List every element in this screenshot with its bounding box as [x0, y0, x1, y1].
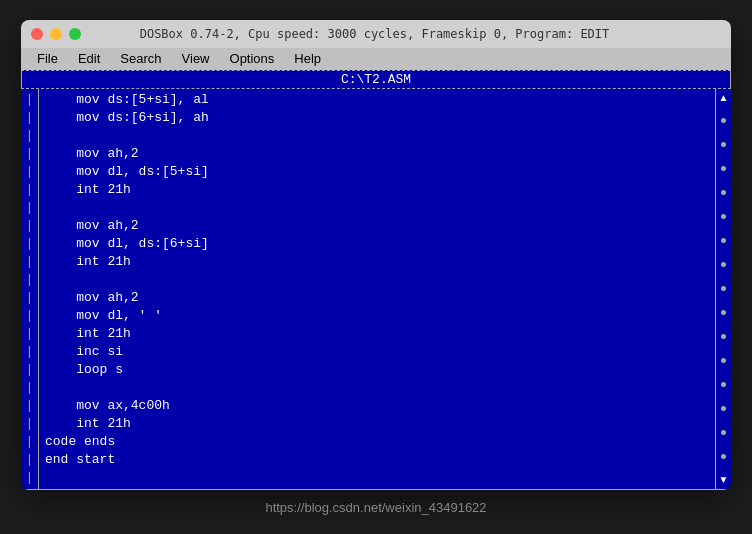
code-line: mov ah,2 — [45, 289, 709, 307]
scroll-dot — [721, 118, 726, 123]
menu-options[interactable]: Options — [222, 49, 283, 68]
gutter-marker: | — [21, 217, 38, 235]
code-line — [45, 469, 709, 487]
code-line: int 21h — [45, 181, 709, 199]
code-line: mov ah,2 — [45, 145, 709, 163]
gutter-marker: | — [21, 397, 38, 415]
window-title: DOSBox 0.74-2, Cpu speed: 3000 cycles, F… — [28, 27, 721, 41]
menu-file[interactable]: File — [29, 49, 66, 68]
scroll-dot — [721, 142, 726, 147]
gutter-marker: | — [21, 307, 38, 325]
editor-title: C:\T2.ASM — [333, 72, 419, 87]
scroll-dot — [721, 382, 726, 387]
statusbar: F1=Help Line:38 Col:1 — [21, 489, 731, 490]
scroll-dot — [721, 334, 726, 339]
menubar: File Edit Search View Options Help — [21, 48, 731, 70]
code-line — [45, 127, 709, 145]
menu-edit[interactable]: Edit — [70, 49, 108, 68]
scroll-dot — [721, 238, 726, 243]
gutter-marker: | — [21, 415, 38, 433]
code-line: int 21h — [45, 253, 709, 271]
scroll-dot — [721, 358, 726, 363]
code-line: mov dl, ds:[6+si] — [45, 235, 709, 253]
code-content[interactable]: mov ds:[5+si], al mov ds:[6+si], ah mov … — [39, 89, 715, 489]
gutter-marker: | — [21, 181, 38, 199]
code-line: mov ax,4c00h — [45, 397, 709, 415]
scroll-dot — [721, 190, 726, 195]
gutter-marker: | — [21, 469, 38, 487]
scroll-dot — [721, 454, 726, 459]
code-line: inc si — [45, 343, 709, 361]
code-line: mov dl, ds:[5+si] — [45, 163, 709, 181]
dosbox-window: DOSBox 0.74-2, Cpu speed: 3000 cycles, F… — [21, 20, 731, 490]
code-line: mov ds:[6+si], ah — [45, 109, 709, 127]
code-line: mov dl, ' ' — [45, 307, 709, 325]
right-border — [730, 71, 731, 88]
gutter-marker: | — [21, 271, 38, 289]
code-line: code ends — [45, 433, 709, 451]
gutter-marker: | — [21, 253, 38, 271]
code-line: loop s — [45, 361, 709, 379]
line-gutter: | | | | | | | | | | | | | | | | | | | | — [21, 89, 39, 489]
gutter-marker: | — [21, 325, 38, 343]
scroll-dot — [721, 214, 726, 219]
gutter-marker: | — [21, 379, 38, 397]
code-line: mov ds:[5+si], al — [45, 91, 709, 109]
scroll-track — [721, 105, 726, 473]
scroll-dot — [721, 310, 726, 315]
gutter-marker: | — [21, 91, 38, 109]
scroll-down-arrow[interactable]: ▼ — [719, 473, 729, 487]
editor-title-row: C:\T2.ASM — [21, 70, 731, 89]
gutter-marker: | — [21, 199, 38, 217]
gutter-marker: | — [21, 289, 38, 307]
code-line: end start — [45, 451, 709, 469]
code-line: int 21h — [45, 325, 709, 343]
gutter-marker: | — [21, 127, 38, 145]
code-line: int 21h — [45, 415, 709, 433]
scroll-up-arrow[interactable]: ▲ — [719, 91, 729, 105]
editor-scroll-area: | | | | | | | | | | | | | | | | | | | | — [21, 89, 731, 489]
gutter-marker: | — [21, 145, 38, 163]
scroll-dot — [721, 262, 726, 267]
scroll-dot — [721, 430, 726, 435]
watermark: https://blog.csdn.net/weixin_43491622 — [265, 500, 486, 515]
code-line — [45, 199, 709, 217]
gutter-marker: | — [21, 343, 38, 361]
menu-help[interactable]: Help — [286, 49, 329, 68]
titlebar: DOSBox 0.74-2, Cpu speed: 3000 cycles, F… — [21, 20, 731, 48]
code-line — [45, 379, 709, 397]
code-line — [45, 271, 709, 289]
left-border — [21, 71, 22, 88]
scroll-dot — [721, 406, 726, 411]
gutter-marker: | — [21, 235, 38, 253]
gutter-marker: | — [21, 451, 38, 469]
gutter-marker: | — [21, 163, 38, 181]
gutter-marker: | — [21, 361, 38, 379]
scrollbar-right[interactable]: ▲ ▼ — [715, 89, 731, 489]
scroll-dot — [721, 166, 726, 171]
editor-area: C:\T2.ASM | | | | | | | | | | | | | | | — [21, 70, 731, 490]
gutter-marker: | — [21, 109, 38, 127]
scroll-dot — [721, 286, 726, 291]
menu-search[interactable]: Search — [112, 49, 169, 68]
menu-view[interactable]: View — [174, 49, 218, 68]
gutter-marker: | — [21, 433, 38, 451]
code-line: mov ah,2 — [45, 217, 709, 235]
